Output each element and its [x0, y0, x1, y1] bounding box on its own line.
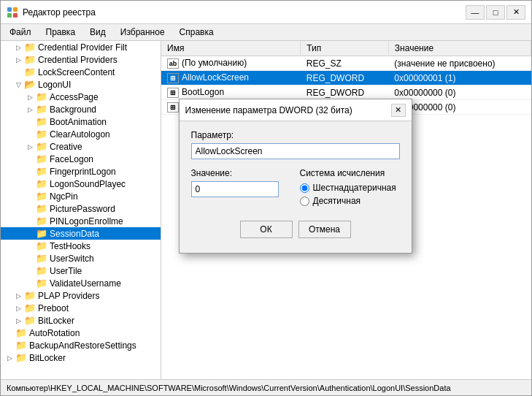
value-label: Значение:	[191, 168, 291, 178]
svg-rect-2	[7, 13, 12, 18]
tree-label: LockScreenContent	[38, 67, 115, 77]
tree-item-cred-filt[interactable]: ▷ 📁 Credential Provider Filt	[1, 41, 161, 53]
cell-value: 0x00000000 (0)	[388, 85, 531, 100]
radio-hex[interactable]	[300, 183, 309, 193]
tree-label: Credential Provider Filt	[38, 42, 127, 53]
svg-rect-1	[13, 7, 18, 12]
tree-label: Background	[50, 104, 96, 115]
value-section: Значение:	[191, 168, 291, 209]
folder-icon: 📁	[36, 104, 47, 115]
radio-dec[interactable]	[300, 197, 309, 206]
detail-header-row: Имя Тип Значение	[161, 41, 531, 56]
tree-item-clearauto[interactable]: 📁 ClearAutologon	[1, 128, 161, 140]
radio-hex-option[interactable]: Шестнадцатеричная	[300, 183, 400, 193]
folder-icon: 📁	[36, 265, 47, 276]
dialog-close-button[interactable]: ✕	[391, 104, 406, 117]
tree-item-testhooks[interactable]: 📁 TestHooks	[1, 240, 161, 252]
close-button[interactable]: ✕	[506, 5, 525, 20]
tree-toggle: ▷	[24, 94, 36, 101]
window-title: Редактор реестра	[23, 7, 96, 18]
tree-item-validateusername[interactable]: 📁 ValidateUsername	[1, 277, 161, 289]
tree-label: PLAP Providers	[38, 291, 100, 301]
radio-dec-label: Десятичная	[313, 196, 361, 206]
tree-label: Creative	[50, 142, 82, 152]
tree-label: PicturePassword	[50, 204, 115, 214]
table-row[interactable]: ab(По умолчанию)REG_SZ(значение не присв…	[161, 56, 531, 71]
tree-label: ValidateUsername	[50, 278, 121, 289]
ok-button[interactable]: ОК	[240, 221, 293, 238]
folder-icon: 📁	[36, 278, 47, 289]
tree-label: UserTile	[50, 266, 82, 276]
folder-icon: 📁	[36, 153, 47, 164]
value-input[interactable]	[191, 181, 279, 197]
tree-item-plapprov[interactable]: ▷ 📁 PLAP Providers	[1, 289, 161, 302]
tree-toggle	[24, 156, 36, 163]
tree-toggle: ▷	[12, 44, 24, 51]
tree-item-lockscreen[interactable]: 📁 LockScreenContent	[1, 66, 161, 78]
folder-icon: 📁	[24, 290, 36, 301]
menu-favorites[interactable]: Избранное	[115, 26, 171, 39]
tree-toggle	[24, 218, 36, 225]
tree-item-accesspage[interactable]: ▷ 📁 AccessPage	[1, 91, 161, 103]
tree-toggle	[24, 280, 36, 287]
dialog-buttons: ОК Отмена	[191, 218, 400, 244]
menu-edit[interactable]: Правка	[40, 26, 82, 39]
tree-label: UserSwitch	[50, 254, 94, 264]
folder-icon: 📁	[15, 340, 27, 351]
system-section: Система исчисления Шестнадцатеричная Дес…	[300, 168, 400, 209]
tree-item-facelogon[interactable]: 📁 FaceLogon	[1, 153, 161, 165]
cancel-button[interactable]: Отмена	[298, 221, 351, 238]
tree-item-cred-prov[interactable]: ▷ 📁 Credential Providers	[1, 53, 161, 66]
table-row[interactable]: ⊞AllowLockScreenREG_DWORD0x00000001 (1)	[161, 71, 531, 85]
tree-item-fingerprintlogon[interactable]: 📁 FingerprintLogon	[1, 165, 161, 178]
tree-item-background[interactable]: ▷ 📁 Background	[1, 103, 161, 115]
tree-toggle	[24, 255, 36, 262]
tree-item-preboot[interactable]: ▷ 📁 Preboot	[1, 302, 161, 314]
tree-item-backuprestore[interactable]: 📁 BackupAndRestoreSettings	[1, 339, 161, 351]
tree-item-bootanim[interactable]: 📁 BootAnimation	[1, 115, 161, 128]
tree-item-bitlocker[interactable]: ▷ 📁 BitLocker	[1, 351, 161, 364]
cell-type: REG_DWORD	[301, 85, 389, 100]
tree-item-logonsound[interactable]: 📁 LogonSoundPlayec	[1, 178, 161, 190]
menu-bar: Файл Правка Вид Избранное Справка	[1, 24, 531, 41]
radio-dec-option[interactable]: Десятичная	[300, 196, 400, 206]
tree-panel[interactable]: ▷ 📁 Credential Provider Filt ▷ 📁 Credent…	[1, 41, 161, 379]
tree-item-autorotation[interactable]: 📁 AutoRotation	[1, 327, 161, 339]
tree-toggle	[12, 69, 24, 76]
title-bar-left: Редактор реестра	[7, 7, 96, 18]
folder-icon: 📁	[36, 178, 47, 189]
folder-icon: 📁	[36, 228, 47, 239]
tree-toggle: ▷	[12, 317, 24, 324]
maximize-button[interactable]: □	[486, 5, 505, 20]
svg-rect-0	[7, 7, 12, 12]
col-type: Тип	[301, 41, 389, 56]
cell-name: ⊞AllowLockScreen	[161, 71, 301, 85]
menu-help[interactable]: Справка	[174, 26, 220, 39]
radio-hex-label: Шестнадцатеричная	[313, 183, 396, 193]
tree-item-sessiondata[interactable]: 📁 SessionData	[1, 227, 161, 240]
tree-item-logonui[interactable]: ▽ 📂 LogonUI	[1, 78, 161, 91]
tree-label: LogonUI	[38, 80, 71, 90]
menu-view[interactable]: Вид	[84, 26, 112, 39]
status-text: Компьютер\HKEY_LOCAL_MACHINE\SOFTWARE\Mi…	[7, 384, 451, 392]
tree-toggle	[24, 243, 36, 250]
tree-toggle	[4, 330, 15, 337]
tree-item-pinlogon[interactable]: 📁 PINLogonEnrollme	[1, 215, 161, 227]
tree-item-bitlocker-child[interactable]: ▷ 📁 BitLocker	[1, 314, 161, 327]
tree-label: BootAnimation	[50, 117, 107, 127]
minimize-button[interactable]: —	[466, 5, 485, 20]
param-input[interactable]	[191, 143, 400, 159]
tree-item-ngcpin[interactable]: 📁 NgcPin	[1, 190, 161, 202]
tree-item-usertile[interactable]: 📁 UserTile	[1, 264, 161, 277]
tree-item-creative[interactable]: ▷ 📁 Creative	[1, 140, 161, 153]
title-bar: Редактор реестра — □ ✕	[1, 1, 531, 24]
folder-icon: 📁	[36, 203, 47, 214]
tree-item-picturepassword[interactable]: 📁 PicturePassword	[1, 202, 161, 215]
table-row[interactable]: ⊞BootLogonREG_DWORD0x00000000 (0)	[161, 85, 531, 100]
tree-item-userswitch[interactable]: 📁 UserSwitch	[1, 252, 161, 264]
cell-name: ⊞BootLogon	[161, 85, 301, 100]
tree-label: AutoRotation	[29, 328, 80, 338]
menu-file[interactable]: Файл	[4, 26, 37, 39]
tree-toggle: ▷	[24, 106, 36, 113]
folder-icon: 📁	[15, 327, 27, 338]
